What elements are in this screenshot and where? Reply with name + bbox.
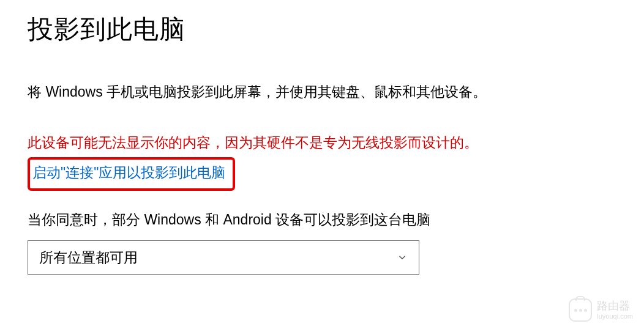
- availability-dropdown[interactable]: 所有位置都可用: [28, 240, 419, 275]
- launch-connect-link[interactable]: 启动"连接"应用以投影到此电脑: [32, 164, 225, 180]
- watermark: 路由器 luyouqi.com: [569, 298, 633, 322]
- description-text: 将 Windows 手机或电脑投影到此屏幕，并使用其键盘、鼠标和其他设备。: [28, 80, 578, 104]
- warning-text: 此设备可能无法显示你的内容，因为其硬件不是专为无线投影而设计的。: [28, 133, 616, 152]
- watermark-label: 路由器: [597, 300, 633, 312]
- watermark-url: luyouqi.com: [597, 312, 633, 320]
- router-icon: [569, 298, 592, 322]
- dropdown-selected-value: 所有位置都可用: [39, 248, 138, 267]
- chevron-down-icon: [397, 252, 408, 263]
- page-title: 投影到此电脑: [28, 12, 616, 46]
- highlight-box: 启动"连接"应用以投影到此电脑: [28, 157, 235, 191]
- dropdown-label: 当你同意时，部分 Windows 和 Android 设备可以投影到这台电脑: [28, 210, 616, 229]
